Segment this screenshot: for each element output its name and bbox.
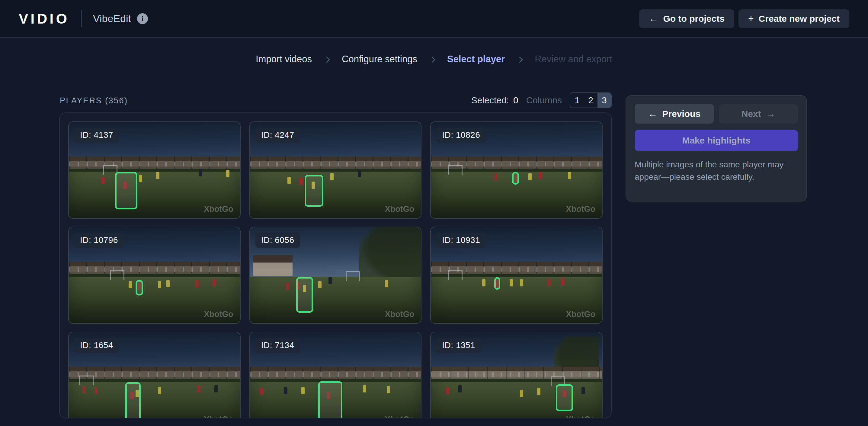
player-id-badge: ID: 1654 xyxy=(74,338,119,353)
create-new-project-button[interactable]: + Create new project xyxy=(739,9,849,28)
workflow-stepper: Import videos Configure settings Select … xyxy=(0,54,868,65)
player-id-badge: ID: 4137 xyxy=(74,127,119,143)
watermark: XbotGo xyxy=(385,204,414,214)
player-card[interactable]: ID: 7134 XbotGo xyxy=(249,332,422,419)
app-logo: VIDIO xyxy=(19,10,69,27)
player-bbox xyxy=(296,277,313,313)
selected-label: Selected: xyxy=(471,95,509,106)
watermark: XbotGo xyxy=(204,310,233,319)
player-bbox xyxy=(318,381,342,419)
chevron-right-icon xyxy=(429,56,435,62)
columns-option-2[interactable]: 2 xyxy=(584,93,597,108)
player-id-badge: ID: 1351 xyxy=(436,338,481,353)
selected-count: 0 xyxy=(513,95,518,106)
player-bbox xyxy=(135,280,143,295)
previous-button[interactable]: ← Previous xyxy=(634,104,714,123)
player-id-badge: ID: 10931 xyxy=(436,233,486,248)
player-id-badge: ID: 10796 xyxy=(74,233,124,248)
player-card-grid: ID: 4137 XbotGo ID: 4247 XbotGo ID: 1082… xyxy=(68,121,602,419)
arrow-left-icon: ← xyxy=(649,13,658,24)
players-grid-panel: ID: 4137 XbotGo ID: 4247 XbotGo ID: 1082… xyxy=(59,112,612,419)
make-highlights-button[interactable]: Make highlights xyxy=(634,130,798,151)
watermark: XbotGo xyxy=(204,415,233,419)
arrow-right-icon: → xyxy=(766,108,776,119)
columns-label: Columns xyxy=(526,95,562,106)
player-bbox xyxy=(556,384,573,411)
create-new-project-label: Create new project xyxy=(759,13,840,24)
player-bbox xyxy=(125,382,141,419)
product-name: VibeEdit xyxy=(93,13,131,25)
plus-icon: + xyxy=(748,13,754,24)
watermark: XbotGo xyxy=(204,204,233,214)
player-bbox xyxy=(512,172,519,184)
columns-switcher: 1 2 3 xyxy=(570,92,612,108)
watermark: XbotGo xyxy=(385,310,414,319)
player-id-badge: ID: 6056 xyxy=(255,233,300,248)
players-count-heading: PLAYERS (356) xyxy=(60,96,128,106)
watermark: XbotGo xyxy=(566,204,595,214)
columns-option-3[interactable]: 3 xyxy=(597,93,611,108)
arrow-left-icon: ← xyxy=(648,108,657,119)
step-configure-settings[interactable]: Configure settings xyxy=(342,54,417,65)
player-card[interactable]: ID: 1654 XbotGo xyxy=(68,332,241,419)
step-select-player[interactable]: Select player xyxy=(447,54,505,65)
player-bbox xyxy=(115,172,137,209)
next-button[interactable]: Next → xyxy=(719,104,798,123)
player-card[interactable]: ID: 6056 XbotGo xyxy=(249,227,422,324)
logo-divider xyxy=(81,10,82,27)
top-bar: VIDIO VibeEdit i ← Go to projects + Crea… xyxy=(0,0,868,38)
chevron-right-icon xyxy=(324,56,330,62)
go-to-projects-button[interactable]: ← Go to projects xyxy=(639,9,734,28)
actions-side-panel: ← Previous Next → Make highlights Multip… xyxy=(626,95,807,201)
watermark: XbotGo xyxy=(566,310,595,319)
duplicate-player-note: Multiple images of the same player may a… xyxy=(634,159,798,183)
player-card[interactable]: ID: 1351 XbotGo xyxy=(430,332,602,419)
player-id-badge: ID: 10826 xyxy=(436,127,486,143)
player-bbox xyxy=(494,277,500,289)
player-card[interactable]: ID: 4137 XbotGo xyxy=(68,121,241,219)
columns-option-1[interactable]: 1 xyxy=(570,93,584,108)
player-card[interactable]: ID: 10796 XbotGo xyxy=(68,227,241,324)
selected-counter: Selected: 0 xyxy=(471,95,518,106)
next-label: Next xyxy=(742,109,761,119)
watermark: XbotGo xyxy=(566,415,595,419)
step-import-videos[interactable]: Import videos xyxy=(256,54,312,65)
player-card[interactable]: ID: 10826 XbotGo xyxy=(430,121,602,219)
topbar-actions: ← Go to projects + Create new project xyxy=(639,9,849,28)
go-to-projects-label: Go to projects xyxy=(663,13,724,24)
player-bbox xyxy=(305,175,323,207)
step-review-and-export: Review and export xyxy=(535,54,612,65)
grid-toolbar: Selected: 0 Columns 1 2 3 xyxy=(471,92,612,108)
player-id-badge: ID: 7134 xyxy=(255,338,300,353)
info-icon[interactable]: i xyxy=(137,13,148,24)
player-card[interactable]: ID: 4247 XbotGo xyxy=(249,121,422,219)
pagination-row: ← Previous Next → xyxy=(634,104,798,123)
player-id-badge: ID: 4247 xyxy=(255,127,300,143)
watermark: XbotGo xyxy=(385,415,414,419)
player-card[interactable]: ID: 10931 XbotGo xyxy=(430,227,602,324)
chevron-right-icon xyxy=(517,56,523,62)
previous-label: Previous xyxy=(662,109,701,119)
